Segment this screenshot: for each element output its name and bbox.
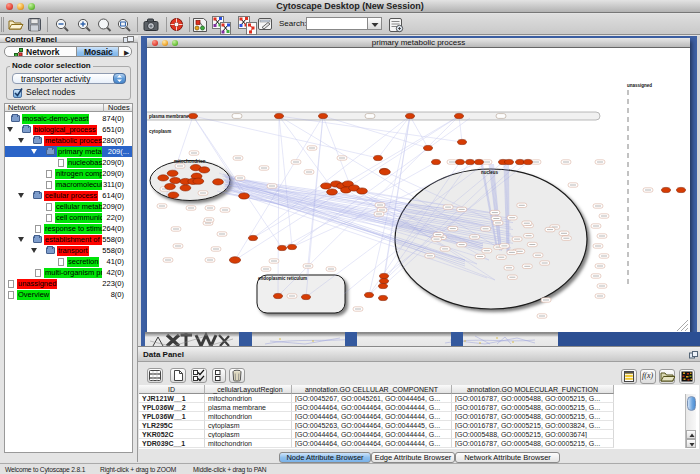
svg-text:mitochondrion: mitochondrion bbox=[174, 159, 206, 164]
svg-text:unassigned: unassigned bbox=[627, 83, 652, 88]
svg-text:cytoplasm: cytoplasm bbox=[149, 129, 171, 134]
svg-text:nucleus: nucleus bbox=[481, 170, 499, 175]
svg-text:endoplasmic reticulum: endoplasmic reticulum bbox=[258, 276, 307, 281]
svg-text:plasma membrane: plasma membrane bbox=[149, 114, 189, 119]
